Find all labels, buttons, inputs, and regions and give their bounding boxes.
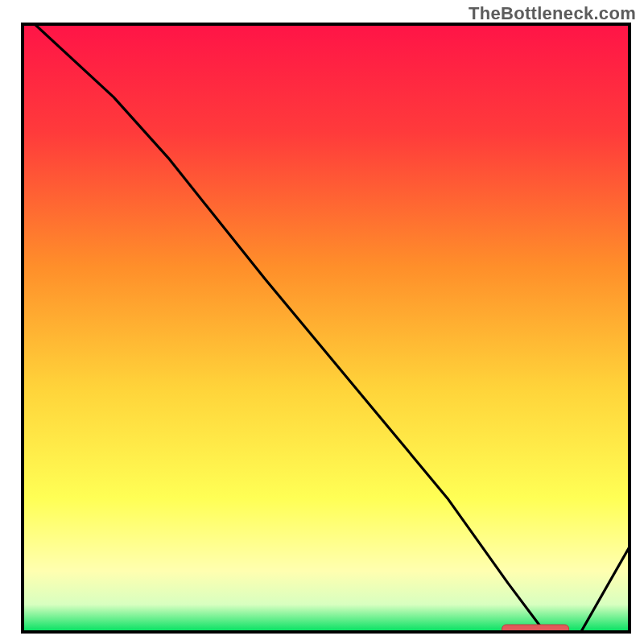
bottleneck-curve-chart	[0, 0, 644, 644]
plot-area	[23, 24, 630, 634]
chart-frame: TheBottleneck.com	[0, 0, 644, 644]
attribution-text: TheBottleneck.com	[469, 3, 636, 24]
gradient-background	[23, 24, 630, 632]
